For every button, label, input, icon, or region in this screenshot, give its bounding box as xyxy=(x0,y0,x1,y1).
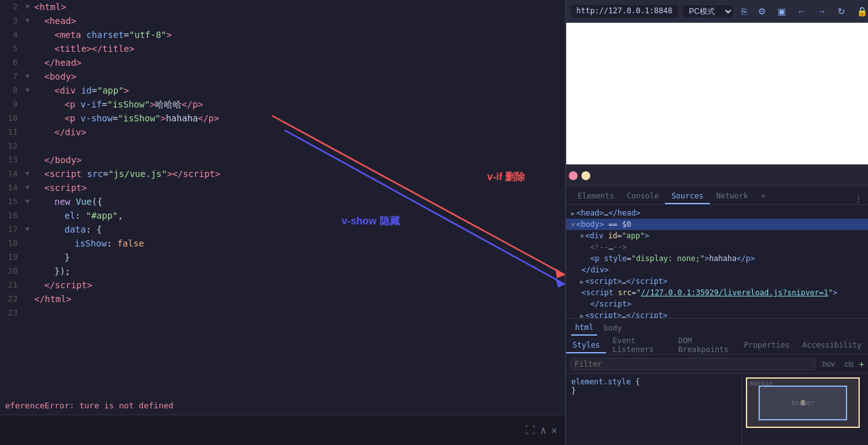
tab-styles[interactable]: Styles xyxy=(566,338,606,353)
url-bar[interactable] xyxy=(571,5,678,18)
code-line: 13 </body> xyxy=(0,153,565,167)
code-text: <html> xyxy=(34,0,66,14)
line-number: 6 xyxy=(0,56,25,70)
elem-arrow[interactable]: ▶ xyxy=(580,278,584,285)
devtools-min-btn[interactable] xyxy=(581,171,590,180)
margin-label: margin xyxy=(750,380,772,387)
fold-icon[interactable]: ▼ xyxy=(25,167,34,181)
element-line[interactable]: </script> xyxy=(566,298,868,310)
browser-preview: PC模式 手机模式 ⎘ ⚙ ▣ ← → ↻ 🔒 ⊞ xyxy=(566,0,868,166)
line-number: 15 xyxy=(0,195,25,209)
tab-console[interactable]: Console xyxy=(621,189,666,204)
styles-box-model: margin 8 border xyxy=(741,374,868,445)
fold-icon[interactable]: ▼ xyxy=(25,195,34,209)
code-content: 2▼<html>3▼<head>4 <meta charset="utf-8">… xyxy=(0,0,565,320)
element-line[interactable]: ▼ <body> == $0 xyxy=(566,219,868,230)
devtools-panel: PC模式 手机模式 ⎘ ⚙ ▣ ← → ↻ 🔒 ⊞ xyxy=(565,0,868,445)
line-number: 20 xyxy=(0,264,25,278)
devtools-tabs: Elements Console Sources Network » ⋮ xyxy=(566,186,868,205)
lock-btn[interactable]: 🔒 xyxy=(853,5,868,18)
line-number: 22 xyxy=(0,292,25,306)
line-number: 11 xyxy=(0,125,25,139)
screenshot-btn[interactable]: ⎘ xyxy=(738,5,750,18)
line-number: 14 xyxy=(0,167,25,181)
code-line: 8▼<div id="app"> xyxy=(0,83,565,97)
tab-sources[interactable]: Sources xyxy=(665,189,710,204)
element-line[interactable]: <script src="//127.0.0.1:35929/livereloa… xyxy=(566,287,868,298)
code-editor: 2▼<html>3▼<head>4 <meta charset="utf-8">… xyxy=(0,0,565,445)
styles-area: Styles Event Listeners DOM Breakpoints P… xyxy=(566,337,868,445)
code-line: 5 <title></title> xyxy=(0,42,565,56)
element-line[interactable]: </div> xyxy=(566,264,868,276)
code-text: <meta charset="utf-8"> xyxy=(34,28,172,42)
elem-arrow[interactable]: ▶ xyxy=(580,312,584,319)
add-rule-btn[interactable]: + xyxy=(859,359,864,369)
element-line[interactable]: ▶ <script>…</script> xyxy=(566,276,868,287)
fold-icon[interactable]: ▼ xyxy=(25,70,34,83)
code-text: <div id="app"> xyxy=(34,83,129,97)
back-btn[interactable]: ← xyxy=(793,5,810,18)
tab-more[interactable]: » xyxy=(755,189,772,204)
browser-content xyxy=(566,23,868,164)
element-line[interactable]: ▶ <head>…</head> xyxy=(566,207,868,219)
body-tab[interactable]: body xyxy=(600,321,626,335)
devtools-header xyxy=(566,166,868,186)
code-text: data: { xyxy=(34,222,102,236)
mode-select[interactable]: PC模式 手机模式 xyxy=(682,4,734,18)
cls-btn[interactable]: .cls xyxy=(840,358,857,370)
code-text: }); xyxy=(34,264,70,278)
styles-filter-row: :hov .cls + xyxy=(566,355,868,374)
fold-icon[interactable]: ▼ xyxy=(25,222,34,236)
line-number: 10 xyxy=(0,111,25,125)
line-number: 13 xyxy=(0,153,25,167)
fold-icon[interactable]: ▼ xyxy=(25,83,34,97)
elem-arrow[interactable]: ▼ xyxy=(580,233,584,240)
vif-label: v-if 删除 xyxy=(487,171,525,184)
fold-icon[interactable]: ▼ xyxy=(25,181,34,195)
tab-properties[interactable]: Properties xyxy=(738,338,796,353)
expand-icon[interactable]: ⛶ xyxy=(525,424,535,436)
tab-accessibility[interactable]: Accessibility xyxy=(796,338,868,353)
line-number: 14 xyxy=(0,181,25,195)
line-number: 7 xyxy=(0,70,25,83)
devtools-menu[interactable]: ⋮ xyxy=(849,194,868,204)
fold-icon[interactable]: ▼ xyxy=(25,14,34,28)
code-text: </script> xyxy=(34,278,92,292)
element-line[interactable]: ▼ <div id="app"> xyxy=(566,230,868,241)
line-number: 4 xyxy=(0,28,25,42)
forward-btn[interactable]: → xyxy=(814,5,830,18)
pseudo-btn[interactable]: :hov xyxy=(818,358,838,370)
element-line[interactable]: ▶ <script>…</script> xyxy=(566,310,868,318)
element-line[interactable]: <p style="display: none;">hahaha</p> xyxy=(566,253,868,264)
settings-btn[interactable]: ⚙ xyxy=(754,5,770,18)
code-text: </div> xyxy=(34,125,87,139)
tab-network[interactable]: Network xyxy=(710,189,755,204)
line-number: 9 xyxy=(0,97,25,111)
code-text: el: "#app", xyxy=(34,209,123,222)
reload-btn[interactable]: ↻ xyxy=(834,5,849,18)
styles-filter-input[interactable] xyxy=(570,358,815,370)
elem-arrow[interactable]: ▶ xyxy=(571,210,575,217)
styles-content: element.style { } margin 8 border xyxy=(566,374,868,445)
line-number: 19 xyxy=(0,250,25,264)
code-line: 18 isShow: false xyxy=(0,236,565,250)
code-line: 16 el: "#app", xyxy=(0,209,565,222)
elem-arrow[interactable]: ▼ xyxy=(571,221,575,228)
line-number: 17 xyxy=(0,222,25,236)
code-line: 2▼<html> xyxy=(0,0,565,14)
vshow-label: v-show 隐藏 xyxy=(342,215,400,228)
fold-icon[interactable]: ▼ xyxy=(25,0,34,14)
close-icon[interactable]: ✕ xyxy=(551,424,557,436)
code-text: <script src="js/vue.js"></script> xyxy=(34,167,220,181)
line-number: 2 xyxy=(0,0,25,14)
devtools-close-btn[interactable] xyxy=(569,171,578,180)
element-line[interactable]: <!--…--> xyxy=(566,241,868,253)
code-text: <body> xyxy=(34,70,77,83)
code-line: 19 } xyxy=(0,250,565,264)
html-tab[interactable]: html xyxy=(571,320,597,336)
responsive-btn[interactable]: ▣ xyxy=(774,5,790,18)
up-icon[interactable]: ∧ xyxy=(540,424,547,436)
code-line: 22 </html> xyxy=(0,292,565,306)
tab-elements[interactable]: Elements xyxy=(571,189,621,204)
error-text: eferenceError: ture is not defined xyxy=(5,401,173,410)
